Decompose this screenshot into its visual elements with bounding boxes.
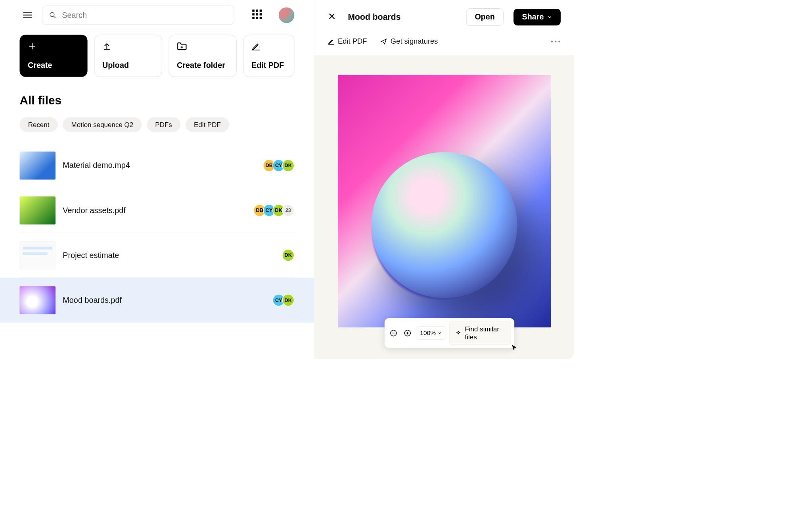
create-label: Create [28, 61, 79, 70]
file-thumbnail [19, 286, 55, 314]
svg-rect-0 [23, 12, 32, 13]
more-horizontal-icon [551, 40, 561, 43]
chip-edit-pdf[interactable]: Edit PDF [186, 117, 229, 132]
chevron-down-icon [437, 331, 442, 335]
sparkle-icon [456, 330, 461, 337]
chevron-down-icon [547, 15, 552, 20]
member-badge: DK [282, 159, 294, 171]
preview-title: Mood boards [348, 12, 456, 22]
create-folder-button[interactable]: Create folder [169, 35, 236, 77]
file-row[interactable]: Vendor assets.pdfDBCYDK23 [19, 188, 294, 233]
section-title: All files [0, 77, 314, 107]
get-signatures-tool[interactable]: Get signatures [380, 37, 438, 46]
get-signatures-label: Get signatures [391, 37, 438, 46]
create-folder-label: Create folder [177, 61, 228, 70]
pencil-icon [327, 38, 334, 45]
zoom-out-icon [389, 329, 397, 337]
edit-pdf-button[interactable]: Edit PDF [243, 35, 294, 77]
file-thumbnail [19, 241, 55, 269]
search-field[interactable] [42, 6, 234, 25]
file-name: Mood boards.pdf [63, 296, 265, 305]
member-overflow-badge: 23 [282, 204, 294, 216]
svg-line-4 [54, 16, 56, 18]
apps-grid-icon[interactable] [252, 10, 263, 21]
create-button[interactable]: Create [19, 35, 87, 77]
zoom-in-button[interactable] [402, 326, 413, 340]
share-label: Share [522, 13, 544, 22]
find-similar-label: Find similar files [465, 325, 504, 341]
upload-label: Upload [102, 61, 154, 70]
shared-avatars: DK [282, 249, 294, 261]
file-row[interactable]: Mood boards.pdfCYDK [0, 278, 314, 323]
member-badge: DK [282, 294, 294, 306]
svg-rect-1 [23, 15, 32, 15]
hamburger-menu[interactable] [19, 7, 35, 23]
svg-point-16 [555, 40, 556, 42]
send-icon [380, 38, 387, 45]
close-icon [327, 12, 336, 20]
shared-avatars: DBCYDK23 [253, 204, 294, 216]
hamburger-icon [23, 12, 32, 19]
upload-icon [102, 42, 111, 51]
preview-controls: 100% Find similar files [385, 318, 515, 348]
search-input[interactable] [62, 11, 227, 20]
folder-plus-icon [177, 42, 187, 51]
edit-pdf-tool[interactable]: Edit PDF [327, 37, 367, 46]
zoom-in-icon [404, 329, 412, 337]
member-badge: DK [282, 249, 294, 261]
file-name: Project estimate [63, 251, 274, 260]
close-preview-button[interactable] [327, 12, 337, 22]
upload-button[interactable]: Upload [94, 35, 162, 77]
file-name: Material demo.mp4 [63, 161, 255, 170]
share-button[interactable]: Share [513, 9, 561, 25]
shared-avatars: CYDK [272, 294, 294, 306]
find-similar-button[interactable]: Find similar files [449, 321, 511, 344]
edit-pdf-label: Edit PDF [251, 61, 286, 70]
zoom-level-select[interactable]: 100% [416, 326, 446, 340]
file-thumbnail [19, 151, 55, 179]
search-icon [49, 11, 56, 19]
svg-rect-2 [23, 17, 32, 18]
chip-pdfs[interactable]: PDFs [147, 117, 180, 132]
preview-area: 100% Find similar files [314, 55, 574, 359]
zoom-out-button[interactable] [388, 326, 399, 340]
chip-motion-sequence[interactable]: Motion sequence Q2 [63, 117, 142, 132]
file-row[interactable]: Material demo.mp4DBCYDK [19, 143, 294, 188]
zoom-level-value: 100% [420, 329, 436, 337]
shared-avatars: DBCYDK [263, 159, 294, 171]
open-button[interactable]: Open [466, 8, 503, 26]
pencil-icon [251, 42, 260, 51]
plus-icon [28, 42, 37, 51]
edit-pdf-tool-label: Edit PDF [338, 37, 367, 46]
svg-point-15 [551, 40, 553, 42]
more-options-button[interactable] [551, 39, 561, 44]
file-row[interactable]: Project estimateDK [19, 233, 294, 278]
file-thumbnail [19, 196, 55, 225]
preview-image [338, 75, 551, 327]
svg-point-3 [50, 12, 54, 17]
svg-point-17 [558, 40, 560, 42]
file-name: Vendor assets.pdf [63, 206, 246, 215]
cursor-icon [510, 344, 518, 352]
chip-recent[interactable]: Recent [19, 117, 57, 132]
avatar[interactable] [279, 7, 295, 23]
